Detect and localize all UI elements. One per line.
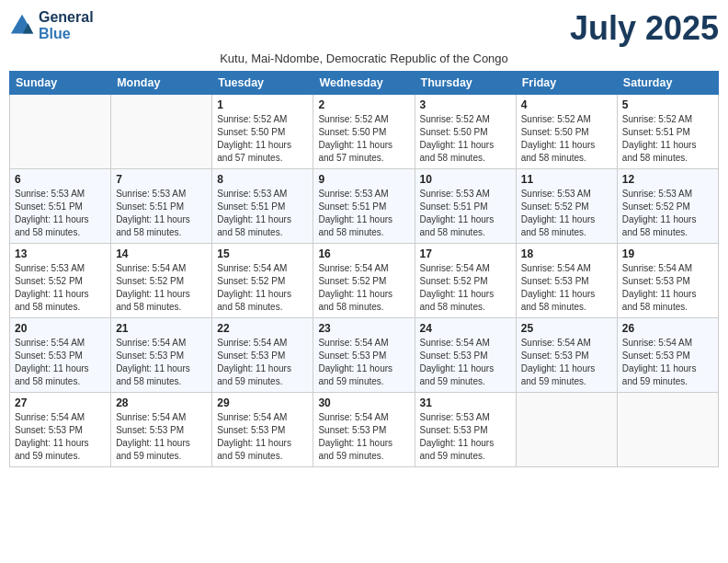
day-number: 5 [622,98,713,111]
day-number: 6 [15,173,106,186]
calendar-cell: 6Sunrise: 5:53 AMSunset: 5:51 PMDaylight… [10,169,111,244]
calendar-cell: 11Sunrise: 5:53 AMSunset: 5:52 PMDayligh… [516,169,617,244]
day-info: Sunrise: 5:52 AMSunset: 5:50 PMDaylight:… [217,113,308,165]
day-info: Sunrise: 5:52 AMSunset: 5:50 PMDaylight:… [318,113,409,165]
day-number: 7 [116,173,207,186]
day-info: Sunrise: 5:54 AMSunset: 5:52 PMDaylight:… [420,262,511,314]
day-info: Sunrise: 5:54 AMSunset: 5:52 PMDaylight:… [217,262,308,314]
calendar-cell: 26Sunrise: 5:54 AMSunset: 5:53 PMDayligh… [617,318,718,393]
day-number: 25 [521,322,612,335]
day-number: 22 [217,322,308,335]
day-number: 14 [116,247,207,260]
day-info: Sunrise: 5:54 AMSunset: 5:53 PMDaylight:… [318,337,409,388]
day-number: 30 [318,396,409,409]
day-number: 17 [420,247,511,260]
day-info: Sunrise: 5:54 AMSunset: 5:53 PMDaylight:… [318,411,409,463]
calendar-cell: 19Sunrise: 5:54 AMSunset: 5:53 PMDayligh… [617,244,718,318]
calendar-cell: 31Sunrise: 5:53 AMSunset: 5:53 PMDayligh… [415,393,516,467]
calendar-cell: 10Sunrise: 5:53 AMSunset: 5:51 PMDayligh… [415,169,516,244]
day-info: Sunrise: 5:54 AMSunset: 5:53 PMDaylight:… [217,337,308,388]
day-number: 23 [318,322,409,335]
calendar-cell: 15Sunrise: 5:54 AMSunset: 5:52 PMDayligh… [212,244,313,318]
page-header: General Blue July 2025 [9,9,719,48]
header-row: SundayMondayTuesdayWednesdayThursdayFrid… [10,72,719,95]
day-number: 31 [420,396,511,409]
day-info: Sunrise: 5:54 AMSunset: 5:52 PMDaylight:… [116,262,207,314]
calendar-cell: 27Sunrise: 5:54 AMSunset: 5:53 PMDayligh… [10,393,111,467]
calendar-cell: 13Sunrise: 5:53 AMSunset: 5:52 PMDayligh… [10,244,111,318]
day-info: Sunrise: 5:52 AMSunset: 5:50 PMDaylight:… [420,113,511,165]
column-header-thursday: Thursday [415,72,516,95]
day-number: 11 [521,173,612,186]
calendar-cell: 23Sunrise: 5:54 AMSunset: 5:53 PMDayligh… [313,318,415,393]
day-info: Sunrise: 5:54 AMSunset: 5:53 PMDaylight:… [521,262,612,314]
week-row-2: 6Sunrise: 5:53 AMSunset: 5:51 PMDaylight… [10,169,719,244]
day-info: Sunrise: 5:53 AMSunset: 5:52 PMDaylight:… [15,262,106,314]
day-number: 26 [622,322,713,335]
logo-text: General Blue [39,9,94,41]
day-number: 10 [420,173,511,186]
day-number: 3 [420,98,511,111]
day-number: 9 [318,173,409,186]
day-info: Sunrise: 5:54 AMSunset: 5:53 PMDaylight:… [15,337,106,388]
calendar-cell: 3Sunrise: 5:52 AMSunset: 5:50 PMDaylight… [415,95,516,169]
week-row-3: 13Sunrise: 5:53 AMSunset: 5:52 PMDayligh… [10,244,719,318]
day-number: 27 [15,396,106,409]
day-info: Sunrise: 5:53 AMSunset: 5:51 PMDaylight:… [420,188,511,239]
day-number: 24 [420,322,511,335]
column-header-friday: Friday [516,72,617,95]
day-number: 8 [217,173,308,186]
calendar-cell: 30Sunrise: 5:54 AMSunset: 5:53 PMDayligh… [313,393,415,467]
week-row-4: 20Sunrise: 5:54 AMSunset: 5:53 PMDayligh… [10,318,719,393]
column-header-wednesday: Wednesday [313,72,415,95]
day-info: Sunrise: 5:54 AMSunset: 5:53 PMDaylight:… [622,262,713,314]
calendar-cell [10,95,111,169]
calendar-cell: 22Sunrise: 5:54 AMSunset: 5:53 PMDayligh… [212,318,313,393]
calendar-cell [617,393,718,467]
calendar-cell: 2Sunrise: 5:52 AMSunset: 5:50 PMDaylight… [313,95,415,169]
day-info: Sunrise: 5:53 AMSunset: 5:51 PMDaylight:… [15,188,106,239]
calendar-cell: 7Sunrise: 5:53 AMSunset: 5:51 PMDaylight… [111,169,212,244]
column-header-saturday: Saturday [617,72,718,95]
day-info: Sunrise: 5:54 AMSunset: 5:52 PMDaylight:… [318,262,409,314]
day-number: 15 [217,247,308,260]
day-number: 1 [217,98,308,111]
day-number: 4 [521,98,612,111]
calendar-cell: 16Sunrise: 5:54 AMSunset: 5:52 PMDayligh… [313,244,415,318]
calendar-cell: 9Sunrise: 5:53 AMSunset: 5:51 PMDaylight… [313,169,415,244]
day-info: Sunrise: 5:54 AMSunset: 5:53 PMDaylight:… [622,337,713,388]
day-info: Sunrise: 5:54 AMSunset: 5:53 PMDaylight:… [420,337,511,388]
calendar-cell: 17Sunrise: 5:54 AMSunset: 5:52 PMDayligh… [415,244,516,318]
day-number: 19 [622,247,713,260]
calendar-cell [111,95,212,169]
column-header-sunday: Sunday [10,72,111,95]
calendar-cell: 21Sunrise: 5:54 AMSunset: 5:53 PMDayligh… [111,318,212,393]
month-title: July 2025 [570,9,719,48]
day-info: Sunrise: 5:52 AMSunset: 5:51 PMDaylight:… [622,113,713,165]
day-number: 16 [318,247,409,260]
week-row-5: 27Sunrise: 5:54 AMSunset: 5:53 PMDayligh… [10,393,719,467]
calendar-cell: 8Sunrise: 5:53 AMSunset: 5:51 PMDaylight… [212,169,313,244]
calendar-cell: 12Sunrise: 5:53 AMSunset: 5:52 PMDayligh… [617,169,718,244]
day-number: 13 [15,247,106,260]
day-number: 29 [217,396,308,409]
day-info: Sunrise: 5:54 AMSunset: 5:53 PMDaylight:… [116,411,207,463]
day-info: Sunrise: 5:53 AMSunset: 5:52 PMDaylight:… [521,188,612,239]
day-info: Sunrise: 5:54 AMSunset: 5:53 PMDaylight:… [15,411,106,463]
calendar-cell: 18Sunrise: 5:54 AMSunset: 5:53 PMDayligh… [516,244,617,318]
day-number: 28 [116,396,207,409]
calendar-table: SundayMondayTuesdayWednesdayThursdayFrid… [9,71,719,467]
calendar-cell: 5Sunrise: 5:52 AMSunset: 5:51 PMDaylight… [617,95,718,169]
calendar-cell: 28Sunrise: 5:54 AMSunset: 5:53 PMDayligh… [111,393,212,467]
calendar-cell: 1Sunrise: 5:52 AMSunset: 5:50 PMDaylight… [212,95,313,169]
column-header-monday: Monday [111,72,212,95]
day-number: 2 [318,98,409,111]
day-info: Sunrise: 5:53 AMSunset: 5:53 PMDaylight:… [420,411,511,463]
subtitle: Kutu, Mai-Ndombe, Democratic Republic of… [9,52,719,65]
day-info: Sunrise: 5:53 AMSunset: 5:51 PMDaylight:… [318,188,409,239]
day-info: Sunrise: 5:54 AMSunset: 5:53 PMDaylight:… [521,337,612,388]
calendar-cell [516,393,617,467]
day-info: Sunrise: 5:53 AMSunset: 5:51 PMDaylight:… [217,188,308,239]
logo: General Blue [9,9,94,41]
calendar-cell: 25Sunrise: 5:54 AMSunset: 5:53 PMDayligh… [516,318,617,393]
